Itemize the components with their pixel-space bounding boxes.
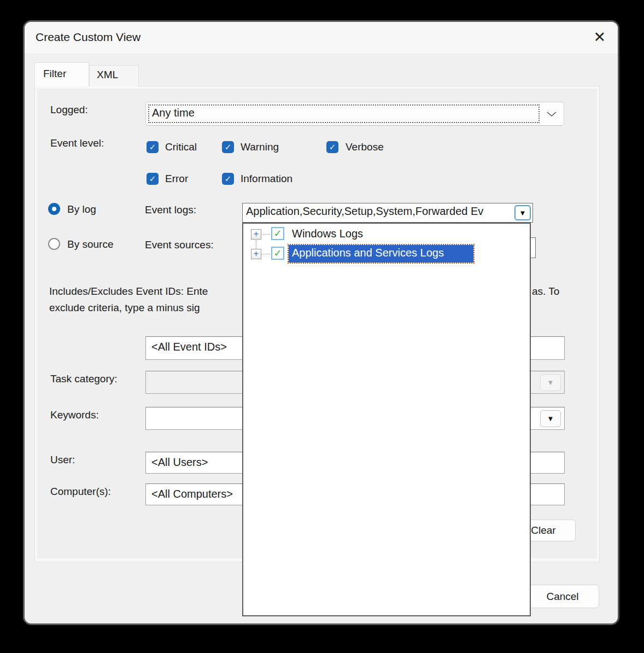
includes-note-line2: exclude criteria, type a minus sig	[49, 302, 200, 314]
chevron-down-icon[interactable]	[547, 112, 557, 117]
event-logs-dropdown-panel: + ✓ Windows Logs + ✓ Applications and Se…	[242, 223, 531, 616]
radio-by-source[interactable]	[48, 238, 60, 250]
dialog-titlebar[interactable]: Create Custom View ✕	[25, 22, 618, 54]
checkbox-information[interactable]: ✓	[222, 173, 234, 185]
task-category-dropdown-button: ▼	[540, 374, 561, 391]
logged-combobox[interactable]: Any time	[145, 102, 564, 126]
checkbox-warning-label[interactable]: Warning	[241, 141, 279, 153]
logged-value: Any time	[152, 107, 195, 119]
dropdown-arrow-icon: ▼	[519, 209, 526, 217]
tree-connector	[262, 234, 270, 235]
check-icon: ✓	[329, 142, 336, 151]
tree-checkbox-app-services-logs[interactable]: ✓	[271, 247, 284, 260]
user-label: User:	[50, 454, 75, 466]
tree-checkbox-windows-logs[interactable]: ✓	[271, 227, 284, 240]
cancel-button[interactable]: Cancel	[526, 585, 599, 608]
event-sources-label: Event sources:	[145, 239, 214, 251]
checkbox-verbose-label[interactable]: Verbose	[346, 141, 384, 153]
computers-value: <All Computers>	[151, 488, 233, 500]
tree-item-app-services-logs[interactable]: Applications and Services Logs	[292, 247, 444, 259]
expand-plus-icon[interactable]: +	[251, 249, 261, 259]
task-category-label: Task category:	[50, 373, 118, 385]
expand-plus-icon[interactable]: +	[251, 229, 261, 240]
dropdown-arrow-icon: ▼	[547, 415, 554, 423]
event-logs-combobox[interactable]: Application,Security,Setup,System,Forwar…	[242, 203, 533, 223]
tree-connector	[262, 254, 270, 254]
checkbox-critical[interactable]: ✓	[147, 141, 159, 153]
event-ids-value: <All Event IDs>	[151, 341, 227, 353]
event-logs-dropdown-button[interactable]: ▼	[514, 205, 531, 220]
dropdown-arrow-icon: ▼	[547, 378, 554, 387]
check-icon: ✓	[225, 142, 232, 151]
close-icon[interactable]: ✕	[593, 27, 606, 47]
keywords-label: Keywords:	[50, 409, 99, 421]
check-icon: ✓	[273, 248, 282, 259]
check-icon: ✓	[225, 174, 232, 183]
tab-xml[interactable]: XML	[89, 65, 139, 86]
dialog-title: Create Custom View	[36, 31, 140, 44]
includes-note-line1: Includes/Excludes Event IDs: Ente	[49, 285, 208, 298]
focus-rect	[148, 104, 540, 123]
check-icon: ✓	[273, 228, 282, 239]
check-icon: ✓	[149, 142, 156, 151]
radio-by-source-label[interactable]: By source	[67, 238, 113, 250]
tree-connector	[256, 240, 256, 249]
event-logs-label: Event logs:	[145, 204, 196, 216]
computers-label: Computer(s):	[50, 486, 111, 498]
tab-filter[interactable]: Filter	[34, 62, 89, 86]
create-custom-view-dialog: Create Custom View ✕ Filter XML Logged: …	[25, 22, 618, 623]
checkbox-verbose[interactable]: ✓	[326, 141, 338, 153]
radio-by-log[interactable]	[48, 203, 60, 215]
includes-note-line1-right: as. To	[532, 285, 559, 298]
event-level-label: Event level:	[50, 137, 104, 149]
screen-background: Create Custom View ✕ Filter XML Logged: …	[0, 0, 644, 653]
radio-by-log-label[interactable]: By log	[67, 203, 96, 215]
checkbox-error-label[interactable]: Error	[165, 173, 188, 185]
checkbox-warning[interactable]: ✓	[222, 141, 234, 153]
tree-item-windows-logs[interactable]: Windows Logs	[292, 228, 363, 240]
keywords-dropdown-button[interactable]: ▼	[540, 410, 561, 427]
checkbox-information-label[interactable]: Information	[241, 173, 292, 185]
event-logs-value: Application,Security,Setup,System,Forwar…	[246, 205, 514, 218]
tree-item-selected-highlight[interactable]: Applications and Services Logs	[289, 245, 473, 263]
check-icon: ✓	[149, 174, 156, 183]
checkbox-critical-label[interactable]: Critical	[165, 141, 197, 153]
checkbox-error[interactable]: ✓	[147, 173, 159, 185]
logged-label: Logged:	[50, 104, 88, 116]
user-value: <All Users>	[151, 456, 208, 469]
